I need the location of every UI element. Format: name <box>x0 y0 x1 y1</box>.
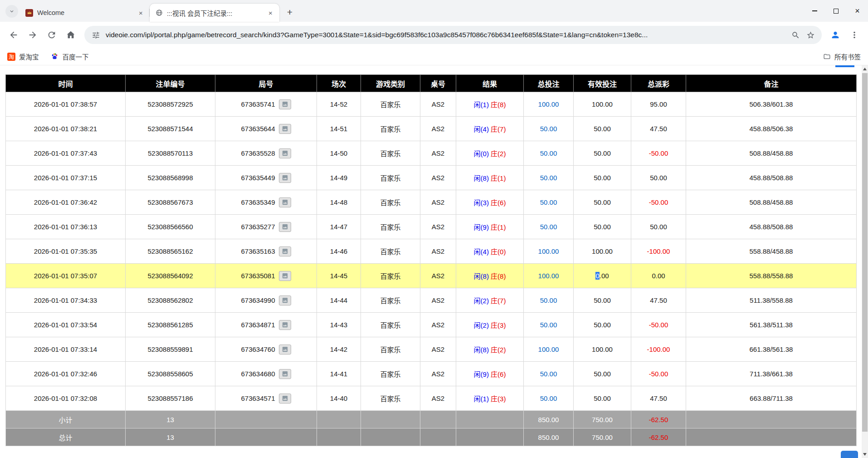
remark-cell: 508.88/458.88 <box>686 141 857 166</box>
round-replay-icon[interactable] <box>279 345 291 355</box>
session-cell: 14-52 <box>317 92 361 117</box>
new-tab-button[interactable]: + <box>283 5 297 19</box>
total-bet-cell[interactable]: 50.00 <box>524 288 574 313</box>
summary-cell <box>361 411 420 428</box>
round-replay-icon[interactable] <box>279 148 291 158</box>
result-cell: 闲(2) 庄(3) <box>456 313 524 337</box>
round-replay-icon[interactable] <box>279 320 291 330</box>
total-bet-cell[interactable]: 50.00 <box>524 190 574 215</box>
home-button[interactable] <box>62 26 80 44</box>
scrollbar-thumb[interactable] <box>862 73 868 432</box>
player-result: 闲(4) <box>474 248 489 256</box>
bet-row[interactable]: 2026-01-01 07:33:54523088561285673634871… <box>6 313 857 337</box>
total-bet-cell[interactable]: 50.00 <box>524 386 574 411</box>
minimize-button[interactable] <box>804 0 825 22</box>
round-cell: 673635349 <box>215 190 317 215</box>
game-type-cell: 百家乐 <box>361 386 420 411</box>
bet-row[interactable]: 2026-01-01 07:35:35523088565162673635163… <box>6 239 857 264</box>
back-button[interactable] <box>5 26 23 44</box>
result-cell: 闲(4) 庄(7) <box>456 117 524 141</box>
round-replay-icon[interactable] <box>279 246 291 256</box>
bookmark-star-icon[interactable] <box>805 30 815 40</box>
summary-cell: 850.00 <box>524 428 574 446</box>
table-number-cell: AS2 <box>420 386 456 411</box>
floating-blue-button[interactable] <box>841 451 858 458</box>
close-window-button[interactable]: × <box>847 0 868 22</box>
bet-number-cell: 523088572925 <box>126 92 215 117</box>
total-bet-cell[interactable]: 50.00 <box>524 313 574 337</box>
round-replay-icon[interactable] <box>279 369 291 379</box>
all-bookmarks-button[interactable]: 所有书签 <box>823 52 861 61</box>
payout-cell: -50.00 <box>631 190 686 215</box>
url-text[interactable]: videoie.com/ipl/portal.php/game/betrecor… <box>106 31 785 39</box>
payout-cell: -50.00 <box>631 362 686 386</box>
total-bet-cell[interactable]: 50.00 <box>524 362 574 386</box>
table-footer: 小计13850.00750.00-62.50总计13850.00750.00-6… <box>6 411 857 446</box>
round-number: 673635277 <box>241 223 275 231</box>
bet-row[interactable]: 2026-01-01 07:34:33523088562802673634990… <box>6 288 857 313</box>
total-bet-cell[interactable]: 50.00 <box>524 117 574 141</box>
bet-number-cell: 523088562802 <box>126 288 215 313</box>
bet-row[interactable]: 2026-01-01 07:33:14523088559891673634760… <box>6 337 857 362</box>
maximize-button[interactable] <box>825 0 847 22</box>
round-replay-icon[interactable] <box>279 271 291 281</box>
time-cell: 2026-01-01 07:32:46 <box>6 362 126 386</box>
session-cell: 14-49 <box>317 166 361 190</box>
close-tab-icon[interactable]: × <box>137 9 145 17</box>
tab-welcome[interactable]: Welcome × <box>20 4 150 22</box>
bet-row[interactable]: 2026-01-01 07:36:42523088567673673635349… <box>6 190 857 215</box>
total-bet-cell[interactable]: 100.00 <box>524 92 574 117</box>
bookmark-baidu[interactable]: 百度一下 <box>51 52 89 61</box>
bet-row[interactable]: 2026-01-01 07:32:08523088557186673634571… <box>6 386 857 411</box>
bet-row[interactable]: 2026-01-01 07:32:46523088558605673634680… <box>6 362 857 386</box>
banker-result: 庄(6) <box>491 370 506 378</box>
round-cell: 673635741 <box>215 92 317 117</box>
total-bet-cell[interactable]: 100.00 <box>524 239 574 264</box>
kebab-menu-icon <box>849 30 859 40</box>
bet-row[interactable]: 2026-01-01 07:36:13523088566560673635277… <box>6 215 857 239</box>
total-bet-cell[interactable]: 50.00 <box>524 166 574 190</box>
round-cell: 673635528 <box>215 141 317 166</box>
round-replay-icon[interactable] <box>279 173 291 183</box>
valid-bet-cell: 50.00 <box>574 386 631 411</box>
round-replay-icon[interactable] <box>279 394 291 404</box>
zoom-icon[interactable] <box>790 30 800 40</box>
valid-bet-cell: 100.00 <box>574 92 631 117</box>
profile-button[interactable] <box>826 26 844 44</box>
bet-row[interactable]: 2026-01-01 07:37:15523088568998673635449… <box>6 166 857 190</box>
table-number-cell: AS2 <box>420 141 456 166</box>
tab-title: Welcome <box>37 9 133 16</box>
round-replay-icon[interactable] <box>279 197 291 207</box>
vertical-scrollbar[interactable] <box>862 65 868 458</box>
bet-row[interactable]: 2026-01-01 07:38:21523088571544673635644… <box>6 117 857 141</box>
bookmark-aitaobao[interactable]: 淘 爱淘宝 <box>7 52 39 61</box>
round-number: 673635349 <box>241 198 275 206</box>
scroll-down-arrow[interactable] <box>862 451 868 458</box>
tab-search-button[interactable] <box>5 5 18 18</box>
address-bar[interactable]: videoie.com/ipl/portal.php/game/betrecor… <box>84 26 822 44</box>
total-bet-cell[interactable]: 100.00 <box>524 264 574 288</box>
round-replay-icon[interactable] <box>279 222 291 232</box>
bet-row[interactable]: 2026-01-01 07:38:57523088572925673635741… <box>6 92 857 117</box>
result-cell: 闲(9) 庄(1) <box>456 215 524 239</box>
menu-button[interactable] <box>845 26 863 44</box>
browser-window: Welcome × :::视讯 会员下注纪录::: × + × <box>0 0 868 458</box>
round-replay-icon[interactable] <box>279 124 291 134</box>
scroll-up-arrow[interactable] <box>862 65 868 73</box>
summary-cell: 750.00 <box>574 411 631 428</box>
taobao-icon: 淘 <box>7 53 15 61</box>
total-bet-cell[interactable]: 100.00 <box>524 337 574 362</box>
round-replay-icon[interactable] <box>279 99 291 109</box>
forward-button[interactable] <box>24 26 42 44</box>
total-bet-cell[interactable]: 50.00 <box>524 141 574 166</box>
total-bet-cell[interactable]: 50.00 <box>524 215 574 239</box>
close-tab-icon[interactable]: × <box>266 9 275 17</box>
time-cell: 2026-01-01 07:36:42 <box>6 190 126 215</box>
bet-row[interactable]: 2026-01-01 07:37:43523088570113673635528… <box>6 141 857 166</box>
valid-bet-cell: 50.00 <box>574 141 631 166</box>
site-info-icon[interactable] <box>91 30 101 40</box>
tab-bet-records[interactable]: :::视讯 会员下注纪录::: × <box>150 4 279 22</box>
reload-button[interactable] <box>43 26 61 44</box>
round-replay-icon[interactable] <box>279 295 291 305</box>
bet-row[interactable]: 2026-01-01 07:35:07523088564092673635081… <box>6 264 857 288</box>
